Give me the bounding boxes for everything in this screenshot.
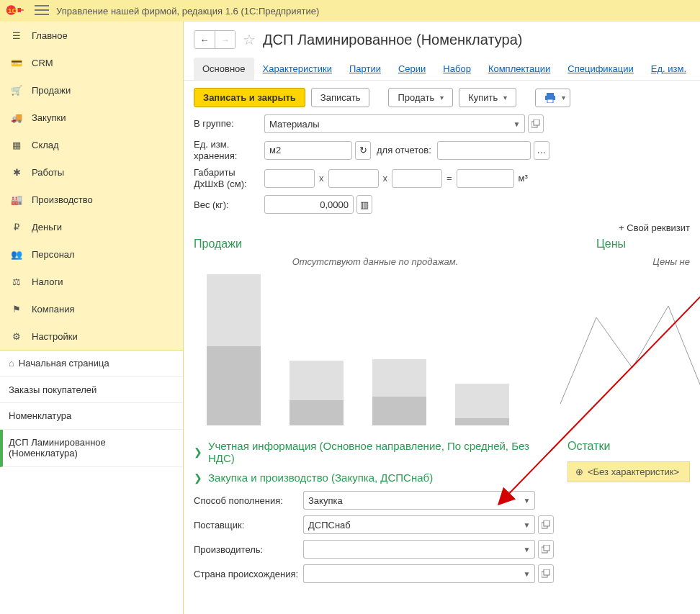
nav-production[interactable]: 🏭Производство [0, 186, 183, 213]
tab-series[interactable]: Серии [390, 58, 434, 80]
sales-note: Отсутствуют данные по продажам. [194, 256, 557, 267]
tools-icon: ✱ [10, 166, 23, 179]
dim-h-input[interactable] [392, 169, 442, 188]
nav-company[interactable]: ⚑Компания [0, 295, 183, 322]
tab-main[interactable]: Основное [194, 58, 254, 80]
nav-purchase[interactable]: 🚚Закупки [0, 104, 183, 131]
supplier-open-button[interactable] [538, 515, 554, 534]
group-input[interactable]: Материалы [264, 114, 509, 133]
weight-input[interactable]: 0,0000 [264, 195, 354, 214]
remains-heading: Остатки [567, 440, 690, 453]
app-title: Управление нашей фирмой, редакция 1.6 (1… [56, 6, 319, 17]
supplier-dropdown-button[interactable]: ▼ [519, 515, 535, 534]
svg-rect-12 [544, 520, 549, 526]
svg-text:1C: 1C [8, 6, 17, 14]
nav-settings[interactable]: ⚙Настройки [0, 322, 183, 350]
nav-label: Производство [32, 194, 93, 205]
remains-item[interactable]: ⊕ <Без характеристик> [567, 461, 690, 482]
method-label: Способ пополнения: [194, 495, 303, 507]
nav-main[interactable]: ☰Главное [0, 22, 183, 49]
chevron-right-icon: ❯ [194, 446, 202, 458]
nav-staff[interactable]: 👥Персонал [0, 240, 183, 268]
factory-icon: 🏭 [10, 193, 23, 206]
group-open-button[interactable] [528, 114, 544, 133]
sidebar: ☰Главное 💳CRM 🛒Продажи 🚚Закупки ▦Склад ✱… [0, 22, 184, 614]
uom-history-button[interactable]: ↻ [355, 141, 371, 160]
tab-batches[interactable]: Партии [341, 58, 390, 80]
nav-label: Компания [32, 304, 75, 315]
method-input[interactable]: Закупка [303, 491, 519, 510]
sell-button[interactable]: Продать [388, 88, 453, 107]
truck-icon: 🚚 [10, 111, 23, 124]
manufacturer-label: Производитель: [194, 544, 303, 556]
prices-heading: Цены [596, 238, 690, 250]
origin-open-button[interactable] [538, 564, 554, 583]
svg-rect-3 [35, 9, 49, 11]
favorite-star-icon[interactable]: ☆ [243, 31, 256, 48]
buy-button[interactable]: Купить [459, 88, 516, 107]
origin-dropdown-button[interactable]: ▼ [519, 564, 535, 583]
open-page-home[interactable]: ⌂Начальная страница [0, 351, 183, 377]
supplier-label: Поставщик: [194, 520, 303, 531]
expand-icon: ⊕ [575, 466, 583, 477]
manufacturer-dropdown-button[interactable]: ▼ [519, 540, 535, 559]
people-icon: 👥 [10, 248, 23, 261]
nav-works[interactable]: ✱Работы [0, 158, 183, 186]
open-page-current[interactable]: ДСП Ламинированное (Номенклатура) [0, 430, 183, 467]
dim-result-input[interactable] [457, 169, 514, 188]
tab-configs[interactable]: Комплектации [480, 58, 559, 80]
flag-icon: ⚑ [10, 302, 23, 315]
tab-set[interactable]: Набор [434, 58, 480, 80]
supplier-input[interactable]: ДСПСнаб [303, 515, 519, 534]
manufacturer-open-button[interactable] [538, 540, 554, 559]
tab-barcodes[interactable]: Штрихк [695, 58, 700, 80]
nav-forward-button[interactable]: → [215, 31, 235, 48]
page-title: ДСП Ламинированное (Номенклатура) [263, 32, 523, 48]
group-label: В группе: [194, 118, 264, 130]
tab-specs[interactable]: Спецификации [559, 58, 642, 80]
accounting-toggle[interactable]: ❯ Учетная информация (Основное направлен… [194, 440, 553, 464]
dim-d-input[interactable] [264, 169, 315, 188]
uom-input[interactable]: м2 [264, 141, 352, 160]
group-dropdown-button[interactable]: ▼ [509, 114, 525, 133]
nav-money[interactable]: ₽Деньги [0, 213, 183, 240]
nav-label: Главное [32, 30, 68, 41]
logo-1c: 1C [6, 4, 27, 18]
manufacturer-input[interactable] [303, 540, 519, 559]
nav-label: CRM [32, 58, 53, 68]
svg-rect-16 [544, 569, 549, 575]
weight-label: Вес (кг): [194, 199, 264, 211]
method-dropdown-button[interactable]: ▼ [519, 491, 535, 510]
reports-label: для отчетов: [377, 145, 431, 155]
custom-req-link[interactable]: + Свой реквизит [619, 222, 690, 233]
print-icon [544, 93, 556, 103]
accounting-label: Учетная информация (Основное направление… [208, 440, 553, 464]
wallet-icon: 💳 [10, 56, 23, 69]
sales-heading: Продажи [194, 238, 596, 250]
sales-bar-chart [194, 274, 557, 425]
nav-label: Работы [32, 167, 64, 178]
weight-calc-button[interactable]: ▥ [356, 195, 372, 214]
open-page-orders[interactable]: Заказы покупателей [0, 377, 183, 404]
nav-crm[interactable]: 💳CRM [0, 49, 183, 76]
nav-label: Склад [32, 140, 59, 150]
nav-warehouse[interactable]: ▦Склад [0, 131, 183, 158]
tab-uom[interactable]: Ед. изм. [642, 58, 695, 80]
menu-icon[interactable] [35, 5, 49, 17]
origin-input[interactable] [303, 564, 519, 583]
dim-w-input[interactable] [328, 169, 379, 188]
print-button[interactable] [535, 89, 570, 107]
nav-sales[interactable]: 🛒Продажи [0, 76, 183, 104]
svg-rect-7 [547, 99, 553, 103]
nav-back-button[interactable]: ← [194, 31, 215, 48]
reports-input[interactable] [437, 141, 531, 160]
purchase-toggle[interactable]: ❯ Закупка и производство (Закупка, ДСПСн… [194, 471, 553, 484]
nav-taxes[interactable]: ⚖Налоги [0, 268, 183, 295]
open-page-nomenclature[interactable]: Номенклатура [0, 403, 183, 430]
save-and-close-button[interactable]: Записать и закрыть [194, 88, 305, 107]
tab-characteristics[interactable]: Характеристики [254, 58, 341, 80]
boxes-icon: ▦ [10, 138, 23, 151]
save-button[interactable]: Записать [311, 88, 370, 107]
svg-rect-2 [35, 5, 49, 6]
reports-more-button[interactable]: … [534, 141, 549, 160]
